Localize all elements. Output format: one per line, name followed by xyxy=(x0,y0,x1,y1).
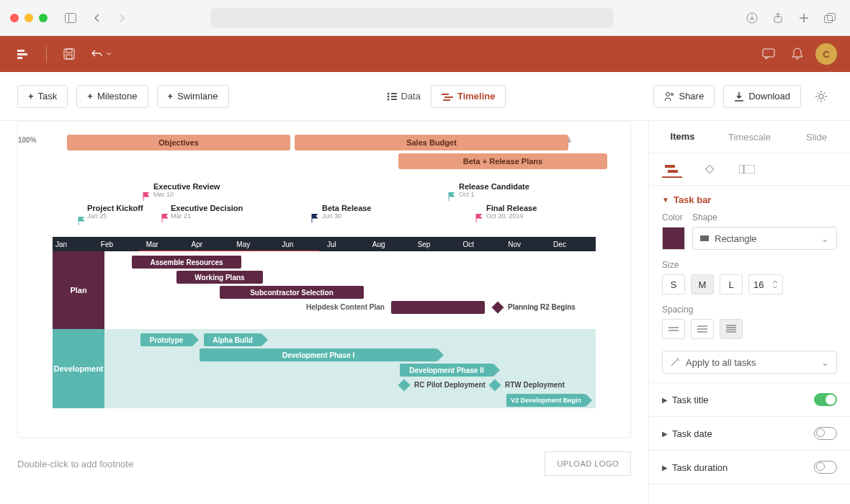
spacing-tight-button[interactable] xyxy=(662,319,685,339)
size-l-button[interactable]: L xyxy=(720,274,743,294)
section-task-duration[interactable]: ▶ Task duration xyxy=(649,451,850,485)
add-swimlane-button[interactable]: + Swimlane xyxy=(157,85,229,108)
milestone-decision[interactable]: Executive Decision Mar 21 xyxy=(171,204,243,220)
task-title-toggle[interactable] xyxy=(814,393,837,406)
milestone-diamond[interactable] xyxy=(398,379,411,392)
milestone-rc[interactable]: Release Candidate Oct 1 xyxy=(459,182,529,198)
footnote-placeholder[interactable]: Double-click to add footnote xyxy=(17,459,133,469)
add-swimlane-label: Swimlane xyxy=(177,91,218,102)
task-duration-toggle[interactable] xyxy=(814,461,837,474)
gear-icon xyxy=(815,90,828,103)
share-label: Share xyxy=(679,91,704,102)
size-m-button[interactable]: M xyxy=(691,274,714,294)
timeline-view-label: Timeline xyxy=(457,91,496,102)
subtab-swimlane-icon[interactable] xyxy=(737,161,757,178)
milestone-final[interactable]: Final Release Oct 20, 2019 xyxy=(486,204,537,220)
size-s-button[interactable]: S xyxy=(662,274,685,294)
item-type-tabs xyxy=(649,153,850,186)
upload-logo-button[interactable]: UPLOAD LOGO xyxy=(545,451,631,476)
tabs-icon[interactable] xyxy=(820,8,840,28)
svg-rect-11 xyxy=(66,55,72,59)
task-subcon[interactable]: Subcontractor Selection xyxy=(220,286,364,299)
shape-select[interactable]: Rectangle ⌄ xyxy=(692,227,837,250)
user-avatar[interactable]: C xyxy=(815,43,837,65)
add-milestone-button[interactable]: + Milestone xyxy=(76,85,148,108)
milestone-kickoff[interactable]: Project Kickoff Jan 25 xyxy=(87,204,143,220)
nav-forward-icon[interactable] xyxy=(112,8,133,28)
download-button[interactable]: Download xyxy=(723,85,801,108)
topbar-sales[interactable]: Sales Budget xyxy=(295,135,568,150)
task-date-toggle[interactable] xyxy=(814,427,837,440)
svg-point-24 xyxy=(819,94,823,99)
minimize-window-button[interactable] xyxy=(24,14,33,22)
swimlane-plan[interactable]: Plan Assemble Resources Working Plans Su… xyxy=(53,251,596,329)
data-view-tab[interactable]: Data xyxy=(377,85,431,108)
month-label: Jul xyxy=(324,237,370,251)
shape-label: Shape xyxy=(692,212,837,222)
svg-point-13 xyxy=(387,92,389,94)
data-view-label: Data xyxy=(401,91,421,102)
main-area: 100% 100% Objectives Sales Budget Beta +… xyxy=(0,121,850,504)
month-label: Feb xyxy=(98,237,143,251)
subtab-milestone-icon[interactable] xyxy=(699,161,720,178)
timeline-canvas[interactable]: 100% 100% Objectives Sales Budget Beta +… xyxy=(17,121,631,438)
task-helpdesk-bar[interactable] xyxy=(391,301,485,314)
task-devp2[interactable]: Development Phase II xyxy=(400,364,493,377)
section-header[interactable]: ▼ Task bar xyxy=(662,194,837,205)
download-label: Download xyxy=(748,91,790,102)
swimlanes: Plan Assemble Resources Working Plans Su… xyxy=(53,251,596,408)
milestones-area: Project Kickoff Jan 25 Executive Review … xyxy=(53,172,596,237)
milestone-beta[interactable]: Beta Release Jun 30 xyxy=(322,204,372,220)
share-button[interactable]: Share xyxy=(653,85,715,108)
properties-sidebar: Items Timescale Slide ▼ Task bar Color xyxy=(648,121,850,504)
topbar-beta[interactable]: Beta + Release Plans xyxy=(398,153,607,169)
add-task-button[interactable]: + Task xyxy=(17,85,68,108)
flag-icon xyxy=(310,214,319,222)
spacing-medium-button[interactable] xyxy=(691,319,714,339)
rectangle-icon xyxy=(700,235,709,241)
tab-items[interactable]: Items xyxy=(649,121,716,153)
section-task-title[interactable]: ▶ Task title xyxy=(649,383,850,417)
subtab-taskbar-icon[interactable] xyxy=(662,161,682,178)
task-alpha[interactable]: Alpha Build xyxy=(204,333,261,346)
tab-timescale[interactable]: Timescale xyxy=(716,121,783,153)
tab-slide[interactable]: Slide xyxy=(783,121,850,153)
download-icon[interactable] xyxy=(742,8,762,28)
timeline-icon xyxy=(442,92,453,101)
comment-icon[interactable] xyxy=(758,43,779,65)
notification-icon[interactable] xyxy=(787,43,808,65)
milestone-diamond[interactable] xyxy=(492,302,504,314)
milestone-diamond[interactable] xyxy=(489,379,501,392)
settings-button[interactable] xyxy=(810,85,833,108)
share-people-icon xyxy=(664,91,674,102)
topbar-objectives[interactable]: Objectives xyxy=(67,135,290,150)
milestone-review[interactable]: Executive Review Mar 10 xyxy=(153,182,220,198)
maximize-window-button[interactable] xyxy=(39,14,48,22)
timeline-view-tab[interactable]: Timeline xyxy=(431,85,506,108)
close-window-button[interactable] xyxy=(10,14,19,22)
size-value-input[interactable]: 16 xyxy=(748,274,783,294)
month-label: Jan xyxy=(53,237,98,251)
nav-back-icon[interactable] xyxy=(86,8,107,28)
address-bar[interactable] xyxy=(210,8,614,28)
section-task-date[interactable]: ▶ Task date xyxy=(649,417,850,451)
task-devp1[interactable]: Development Phase I xyxy=(200,348,437,361)
new-tab-icon[interactable] xyxy=(794,8,814,28)
sidebar-toggle-icon[interactable] xyxy=(61,8,81,28)
task-v2[interactable]: V2 Development Begin xyxy=(506,394,586,407)
share-icon[interactable] xyxy=(768,8,788,28)
task-assemble[interactable]: Assemble Resources xyxy=(132,256,241,269)
svg-point-15 xyxy=(387,98,389,100)
task-working[interactable]: Working Plans xyxy=(176,271,263,284)
svg-rect-28 xyxy=(739,165,743,174)
color-swatch[interactable] xyxy=(662,227,685,250)
spacing-wide-button[interactable] xyxy=(720,319,743,339)
swimlane-development[interactable]: Development Prototype Alpha Build Develo… xyxy=(53,329,596,408)
project-icon[interactable] xyxy=(13,43,35,65)
undo-icon[interactable] xyxy=(87,43,116,65)
apply-all-select[interactable]: Apply to all tasks ⌄ xyxy=(662,351,837,374)
spacing-label: Spacing xyxy=(662,305,837,315)
task-prototype[interactable]: Prototype xyxy=(140,333,192,346)
save-icon[interactable] xyxy=(58,43,80,65)
color-label: Color xyxy=(662,212,685,222)
